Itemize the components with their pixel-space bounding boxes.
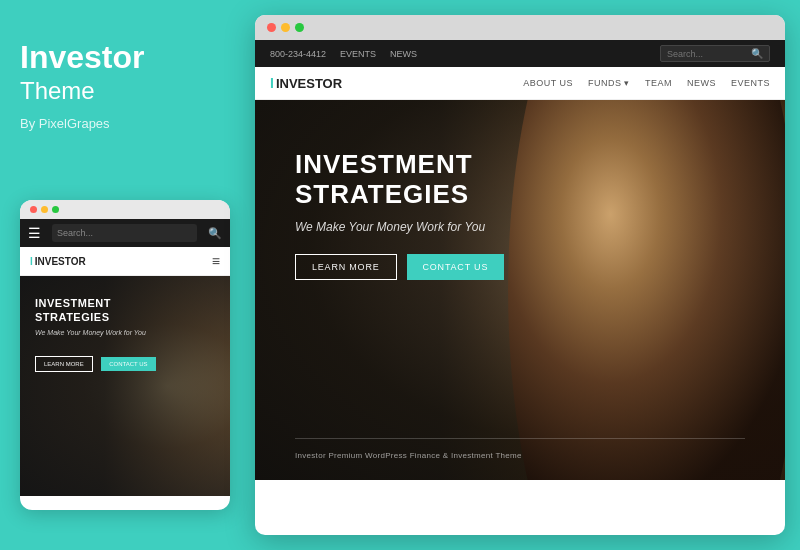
desktop-preview: 800-234-4412 EVENTS NEWS 🔍 I INVESTOR AB… — [255, 15, 785, 535]
desktop-search-box[interactable]: 🔍 — [660, 45, 770, 62]
mobile-hero-content: INVESTMENT STRATEGIES We Make Your Money… — [35, 296, 215, 372]
mobile-hero-buttons: LEARN MORE CONTACT US — [35, 346, 215, 372]
mobile-window-controls — [20, 200, 230, 219]
mobile-header: I INVESTOR ≡ — [20, 247, 230, 276]
desktop-dot-yellow — [281, 23, 290, 32]
mobile-search-icon[interactable]: 🔍 — [208, 227, 222, 240]
mobile-dot-green — [52, 206, 59, 213]
desktop-hero-footer: Investor Premium WordPress Finance & Inv… — [295, 438, 745, 460]
desktop-hero-content: INVESTMENT STRATEGIES We Make Your Money… — [295, 150, 504, 280]
nav-link-about[interactable]: ABOUT US — [523, 78, 573, 88]
left-panel: Investor Theme By PixelGrapes ☰ Search..… — [0, 0, 245, 550]
desktop-search-input[interactable] — [667, 49, 747, 59]
desktop-topbar: 800-234-4412 EVENTS NEWS 🔍 — [255, 40, 785, 67]
mobile-dot-red — [30, 206, 37, 213]
desktop-topbar-news[interactable]: NEWS — [390, 49, 417, 59]
brand-title: Investor — [20, 40, 225, 75]
desktop-window-controls — [255, 15, 785, 40]
mobile-menu-icon[interactable]: ≡ — [212, 253, 220, 269]
mobile-logo: I INVESTOR — [30, 256, 86, 267]
mobile-contact-button[interactable]: CONTACT US — [101, 357, 155, 371]
desktop-hero-buttons: LEARN MORE CONTACT US — [295, 254, 504, 280]
mobile-search-box[interactable]: Search... — [52, 224, 197, 242]
desktop-hero-person — [494, 100, 786, 480]
desktop-topbar-right: 🔍 — [660, 45, 770, 62]
desktop-topbar-events[interactable]: EVENTS — [340, 49, 376, 59]
desktop-phone: 800-234-4412 — [270, 49, 326, 59]
desktop-dot-red — [267, 23, 276, 32]
mobile-hero: INVESTMENT STRATEGIES We Make Your Money… — [20, 276, 230, 496]
desktop-contact-button[interactable]: CONTACT US — [407, 254, 505, 280]
desktop-topbar-left: 800-234-4412 EVENTS NEWS — [270, 49, 417, 59]
desktop-hero-footer-text: Investor Premium WordPress Finance & Inv… — [295, 451, 745, 460]
desktop-hero-headline: INVESTMENT STRATEGIES — [295, 150, 504, 210]
desktop-hero: INVESTMENT STRATEGIES We Make Your Money… — [255, 100, 785, 480]
mobile-hero-headline: INVESTMENT STRATEGIES — [35, 296, 215, 325]
mobile-preview: ☰ Search... 🔍 I INVESTOR ≡ INVESTMENT ST… — [20, 200, 230, 510]
mobile-hero-subheadline: We Make Your Money Work for You — [35, 329, 215, 336]
mobile-topbar: ☰ Search... 🔍 — [20, 219, 230, 247]
desktop-nav: I INVESTOR ABOUT US FUNDS ▾ TEAM NEWS EV… — [255, 67, 785, 100]
desktop-logo: I INVESTOR — [270, 75, 342, 91]
nav-link-team[interactable]: TEAM — [645, 78, 672, 88]
mobile-search-placeholder: Search... — [57, 228, 93, 238]
nav-link-funds[interactable]: FUNDS ▾ — [588, 78, 630, 88]
nav-link-events[interactable]: EVENTS — [731, 78, 770, 88]
hamburger-icon[interactable]: ☰ — [28, 225, 41, 241]
desktop-hero-subheadline: We Make Your Money Work for You — [295, 220, 504, 234]
desktop-nav-links: ABOUT US FUNDS ▾ TEAM NEWS EVENTS — [523, 78, 770, 88]
desktop-learn-more-button[interactable]: LEARN MORE — [295, 254, 397, 280]
mobile-learn-more-button[interactable]: LEARN MORE — [35, 356, 93, 372]
desktop-search-icon[interactable]: 🔍 — [751, 48, 763, 59]
mobile-dot-yellow — [41, 206, 48, 213]
brand-subtitle: Theme — [20, 77, 225, 106]
brand-by: By PixelGrapes — [20, 116, 225, 131]
nav-link-news[interactable]: NEWS — [687, 78, 716, 88]
desktop-dot-green — [295, 23, 304, 32]
